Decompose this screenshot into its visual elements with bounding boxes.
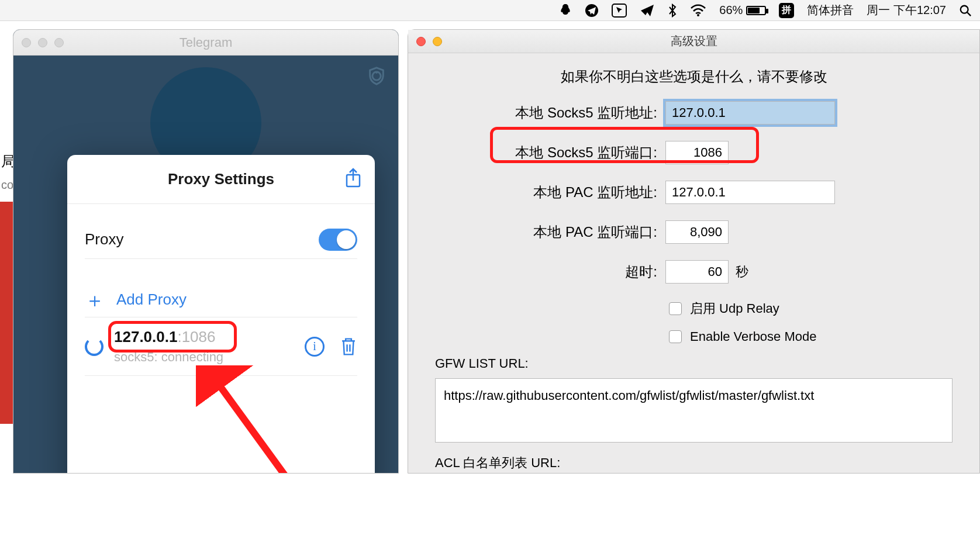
- timeout-suffix: 秒: [736, 263, 748, 281]
- timeout-row: 超时: 秒: [426, 260, 962, 284]
- verbose-label: Enable Verbose Mode: [690, 329, 817, 344]
- shield-icon[interactable]: [367, 66, 387, 86]
- cursor-box-icon[interactable]: [612, 4, 627, 18]
- connecting-spinner-icon: [85, 337, 103, 356]
- svg-line-4: [967, 12, 971, 15]
- annotation-highlight-box: [108, 321, 237, 353]
- udp-relay-label: 启用 Udp Relay: [690, 300, 779, 317]
- pac-port-label: 本地 PAC 监听端口:: [426, 223, 665, 241]
- telegram-plane-icon[interactable]: [585, 4, 599, 18]
- battery-icon: [746, 6, 766, 15]
- udp-relay-row[interactable]: 启用 Udp Relay: [669, 300, 962, 317]
- gfw-url-textarea[interactable]: https://raw.githubusercontent.com/gfwlis…: [435, 378, 953, 443]
- battery-status[interactable]: 66%: [719, 4, 766, 17]
- settings-window-title: 高级设置: [408, 33, 979, 49]
- proxy-modal-title: Proxy Settings: [168, 170, 274, 188]
- spotlight-search-icon[interactable]: [959, 4, 972, 17]
- penguin-icon[interactable]: [559, 4, 572, 18]
- proxy-toggle[interactable]: [319, 229, 357, 251]
- telegram-titlebar[interactable]: Telegram: [13, 30, 398, 56]
- add-proxy-label: Add Proxy: [116, 291, 187, 309]
- warning-note: 如果你不明白这些选项是什么，请不要修改: [426, 67, 962, 86]
- pac-addr-row: 本地 PAC 监听地址:: [426, 181, 962, 204]
- proxy-section: Proxy ＋ Add Proxy 127.0.0.1:1086 socks5:…: [67, 204, 375, 376]
- telegram-body: Proxy Settings Proxy ＋ Add Proxy: [13, 56, 398, 473]
- socks5-addr-row: 本地 Socks5 监听地址:: [426, 101, 962, 125]
- share-button[interactable]: [344, 168, 362, 191]
- plus-icon: ＋: [85, 290, 105, 310]
- timeout-label: 超时:: [426, 262, 665, 281]
- telegram-window-title: Telegram: [13, 35, 398, 50]
- bluetooth-icon[interactable]: [668, 4, 677, 18]
- add-proxy-button[interactable]: ＋ Add Proxy: [85, 282, 357, 317]
- settings-titlebar[interactable]: 高级设置: [408, 30, 979, 53]
- advanced-settings-window: 高级设置 如果你不明白这些选项是什么，请不要修改 本地 Socks5 监听地址:…: [408, 29, 980, 474]
- annotation-highlight-box: [490, 127, 759, 163]
- pac-addr-label: 本地 PAC 监听地址:: [426, 183, 665, 202]
- menubar: 66% 拼 简体拼音 周一 下午12:07: [0, 0, 980, 21]
- wifi-icon[interactable]: [690, 4, 706, 17]
- udp-relay-checkbox[interactable]: [669, 302, 682, 315]
- socks5-addr-label: 本地 Socks5 监听地址:: [426, 103, 665, 122]
- acl-section-label: ACL 白名单列表 URL:: [435, 454, 962, 472]
- svg-line-6: [213, 377, 307, 474]
- annotation-arrow-icon: [196, 365, 325, 474]
- info-button[interactable]: i: [305, 337, 325, 357]
- delete-button[interactable]: [340, 337, 357, 357]
- gfw-section-label: GFW LIST URL:: [435, 356, 962, 371]
- pac-addr-input[interactable]: [665, 181, 835, 204]
- pac-port-input[interactable]: [665, 220, 729, 244]
- settings-body: 如果你不明白这些选项是什么，请不要修改 本地 Socks5 监听地址: 本地 S…: [408, 53, 979, 472]
- svg-point-2: [697, 14, 699, 16]
- frag-label: co: [1, 178, 13, 192]
- verbose-row[interactable]: Enable Verbose Mode: [669, 329, 962, 344]
- gfw-url-text: https://raw.githubusercontent.com/gfwlis…: [444, 388, 814, 403]
- ime-badge-icon[interactable]: 拼: [779, 3, 794, 18]
- telegram-window: Telegram Proxy Settings Proxy ＋ Add Prox…: [13, 29, 399, 474]
- proxy-label: Proxy: [85, 230, 123, 248]
- proxy-toggle-row: Proxy: [85, 220, 357, 259]
- paper-plane-icon[interactable]: [640, 4, 655, 18]
- svg-point-3: [961, 5, 968, 13]
- proxy-settings-modal: Proxy Settings Proxy ＋ Add Proxy: [67, 155, 375, 474]
- proxy-modal-header: Proxy Settings: [67, 155, 375, 204]
- verbose-checkbox[interactable]: [669, 330, 682, 343]
- ime-label[interactable]: 简体拼音: [807, 2, 854, 18]
- socks5-addr-input[interactable]: [665, 101, 835, 125]
- timeout-input[interactable]: [665, 260, 729, 284]
- pac-port-row: 本地 PAC 监听端口:: [426, 220, 962, 244]
- clock-label[interactable]: 周一 下午12:07: [867, 2, 946, 18]
- battery-pct-label: 66%: [719, 4, 743, 17]
